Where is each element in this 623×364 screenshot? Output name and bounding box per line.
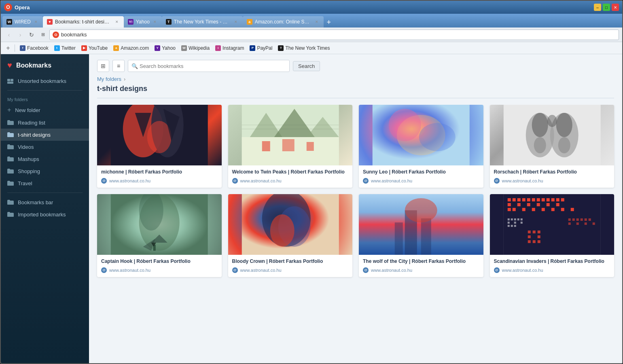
bookmark-info-rorschach: Rorschach | Róbert Farkas Portfolio @ ww… <box>490 165 615 188</box>
tab-wired[interactable]: W WIRED ✕ <box>2 16 43 28</box>
new-folder-button[interactable]: + New folder <box>1 104 89 116</box>
tab-amazon[interactable]: a Amazon.com: Online Sho... ✕ <box>243 16 324 28</box>
browser-window: O Opera – □ ✕ W WIRED ✕ ♥ Bookmarks: t-s… <box>0 0 623 364</box>
close-button[interactable]: ✕ <box>612 4 619 11</box>
sidebar-item-travel[interactable]: Travel <box>1 177 89 189</box>
svg-rect-89 <box>520 218 522 220</box>
bookmark-url-wolf-city: www.astronaut.co.hu <box>371 268 412 273</box>
bookmark-paypal[interactable]: P PayPal <box>247 44 275 52</box>
bookmark-youtube[interactable]: ▶ YouTube <box>79 44 110 52</box>
refresh-button[interactable]: ↻ <box>27 30 36 40</box>
sidebar-item-imported[interactable]: Imported bookmarks <box>1 208 89 220</box>
bookmark-url-row-twin-peaks: @ www.astronaut.co.hu <box>232 178 349 184</box>
sidebar-item-mashups[interactable]: Mashups <box>1 153 89 165</box>
tab-close-nytimes[interactable]: ✕ <box>233 19 239 25</box>
bookmark-favicon-wikipedia: W <box>181 45 187 51</box>
bookmark-yahoo[interactable]: Y Yahoo <box>152 44 178 52</box>
tab-close-wired[interactable]: ✕ <box>33 19 39 25</box>
bookmark-url-twin-peaks: www.astronaut.co.hu <box>240 178 282 183</box>
tab-nytimes[interactable]: T The New York Times - Br... ✕ <box>162 16 243 28</box>
tab-close-amazon[interactable]: ✕ <box>314 19 320 25</box>
bookmark-title-wolf-city: The wolf of the City | Róbert Farkas Por… <box>363 258 479 265</box>
bookmark-info-scandinavian: Scandinavian Invaders | Róbert Farkas Po… <box>490 255 615 277</box>
tab-label-wired: WIRED <box>15 19 31 25</box>
svg-point-27 <box>556 113 572 137</box>
svg-rect-77 <box>576 218 578 221</box>
tab-tshirt[interactable]: ♥ Bookmarks: t-shirt designs ✕ <box>43 16 124 28</box>
bookmark-card-twin-peaks[interactable]: Welcome to Twin Peaks | Róbert Farkas Po… <box>228 105 353 188</box>
my-folders-label: My folders <box>1 94 89 104</box>
sidebar-label-videos: Videos <box>18 144 34 150</box>
breadcrumb-root[interactable]: My folders <box>97 76 121 82</box>
sidebar-item-unsorted[interactable]: Unsorted bookmarks <box>1 75 89 87</box>
tab-close-yahoo[interactable]: ✕ <box>152 19 158 25</box>
bookmark-site-icon-bloody-crown: @ <box>232 267 238 273</box>
address-bar[interactable] <box>49 30 619 40</box>
svg-point-41 <box>270 214 294 247</box>
folder-icon-tshirt <box>7 131 14 138</box>
bookmark-instagram[interactable]: i Instagram <box>213 44 246 52</box>
svg-rect-98 <box>537 231 540 233</box>
bookmark-title-rorschach: Rorschach | Róbert Farkas Portfolio <box>494 169 610 176</box>
sidebar-item-bookmarks-bar[interactable]: Bookmarks bar <box>1 196 89 208</box>
bookmark-grid: michonne | Róbert Farkas Portfolio @ www… <box>89 105 622 363</box>
forward-button[interactable]: › <box>15 30 25 40</box>
add-bookmark-button[interactable]: + <box>4 44 12 52</box>
bookmark-label-wikipedia: Wikipedia <box>189 45 210 51</box>
grid-button[interactable]: ⊞ <box>38 30 48 40</box>
bookmark-url-michonne: www.astronaut.co.hu <box>109 178 150 183</box>
bookmark-amazon[interactable]: a Amazon.com <box>111 44 151 52</box>
sidebar-label-tshirt: t-shirt designs <box>18 132 51 138</box>
svg-rect-67 <box>512 208 515 211</box>
bookmark-card-scandinavian[interactable]: Scandinavian Invaders | Róbert Farkas Po… <box>490 194 615 277</box>
bookmark-thumb-michonne <box>97 105 222 165</box>
bookmark-title-captain-hook: Captain Hook | Róbert Farkas Portfolio <box>101 258 218 265</box>
maximize-button[interactable]: □ <box>603 4 610 11</box>
bookmark-info-wolf-city: The wolf of the City | Róbert Farkas Por… <box>359 255 483 277</box>
folder-icon-mashups <box>7 156 14 162</box>
bookmark-nytimes[interactable]: T The New York Times <box>275 44 332 52</box>
bookmark-wikipedia[interactable]: W Wikipedia <box>179 44 212 52</box>
sidebar-item-videos[interactable]: Videos <box>1 141 89 153</box>
bookmark-card-wolf-city[interactable]: The wolf of the City | Róbert Farkas Por… <box>359 194 483 277</box>
tab-close-tshirt[interactable]: ✕ <box>114 19 120 25</box>
main-area: ♥ Bookmarks Unsorted bookmarks My folder… <box>1 54 622 363</box>
new-tab-button[interactable]: + <box>324 17 334 28</box>
svg-rect-62 <box>527 203 530 206</box>
bookmark-card-bloody-crown[interactable]: Bloody Crown | Róbert Farkas Portfolio @… <box>228 194 353 277</box>
bookmark-card-rorschach[interactable]: Rorschach | Róbert Farkas Portfolio @ ww… <box>490 105 615 188</box>
svg-rect-55 <box>541 198 545 201</box>
svg-rect-82 <box>576 222 578 225</box>
bookmark-card-captain-hook[interactable]: Captain Hook | Róbert Farkas Portfolio @… <box>97 194 222 277</box>
address-opera-icon: O <box>53 32 59 38</box>
svg-rect-95 <box>514 225 516 227</box>
svg-point-26 <box>532 113 548 137</box>
grid-view-button[interactable]: ⊞ <box>97 60 109 72</box>
tab-favicon-amazon: a <box>247 19 252 25</box>
search-input[interactable] <box>140 63 286 69</box>
bookmark-card-sunny-leo[interactable]: Sunny Leo | Róbert Farkas Portfolio @ ww… <box>359 105 483 188</box>
bookmark-url-row-wolf-city: @ www.astronaut.co.hu <box>363 267 479 273</box>
svg-rect-88 <box>517 218 519 220</box>
list-view-button[interactable]: ≡ <box>112 60 125 72</box>
bookmark-site-icon-captain-hook: @ <box>101 267 107 273</box>
svg-rect-96 <box>528 231 530 233</box>
search-icon: 🔍 <box>131 63 138 69</box>
bookmark-facebook[interactable]: f Facebook <box>17 44 51 52</box>
bookmark-twitter[interactable]: t Twitter <box>52 44 78 52</box>
sidebar-item-shopping[interactable]: Shopping <box>1 165 89 177</box>
bookmark-thumb-twin-peaks <box>228 105 353 165</box>
search-button[interactable]: Search <box>293 61 320 71</box>
minimize-button[interactable]: – <box>594 4 601 11</box>
tab-label-amazon: Amazon.com: Online Sho... <box>255 19 312 25</box>
svg-rect-102 <box>532 240 535 243</box>
bookmark-site-icon-wolf-city: @ <box>363 267 369 273</box>
svg-rect-61 <box>517 203 520 206</box>
bookmark-card-michonne[interactable]: michonne | Róbert Farkas Portfolio @ www… <box>97 105 222 188</box>
svg-rect-63 <box>536 203 540 206</box>
back-button[interactable]: ‹ <box>4 30 14 40</box>
sidebar-item-tshirt-designs[interactable]: t-shirt designs <box>1 129 89 141</box>
sidebar-item-reading-list[interactable]: Reading list <box>1 116 89 129</box>
tab-yahoo[interactable]: Y! Yahoo ✕ <box>124 16 162 28</box>
bookmark-site-icon-rorschach: @ <box>494 178 500 184</box>
